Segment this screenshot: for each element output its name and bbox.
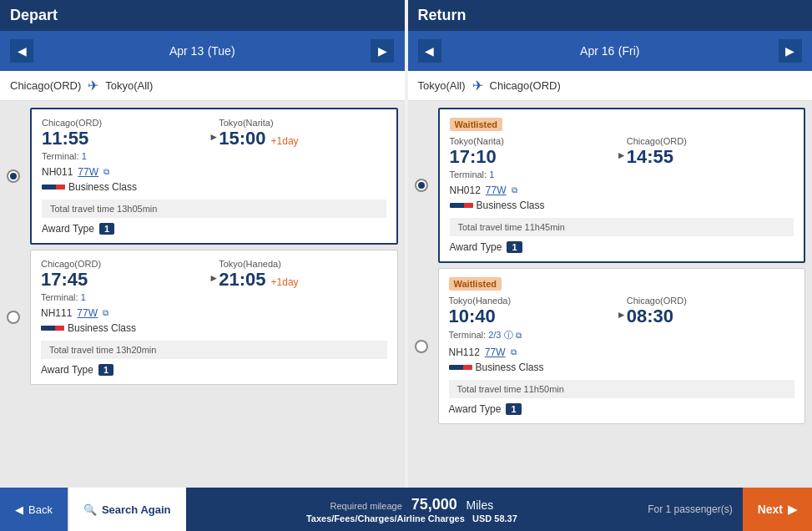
depart-flights-list: Chicago(ORD) 11:55 Terminal: 1 ► Tokyo(N… bbox=[0, 101, 405, 488]
return-f1-flight-num: NH012 bbox=[450, 185, 481, 196]
return-title: Return bbox=[418, 7, 467, 23]
next-button[interactable]: Next ▶ bbox=[743, 488, 812, 531]
depart-f1-aircraft[interactable]: 77W bbox=[78, 166, 98, 178]
return-flight-1-card[interactable]: Waitlisted Tokyo(Narita) 17:10 Terminal:… bbox=[438, 108, 806, 263]
depart-f2-class: Business Class bbox=[68, 322, 136, 334]
return-f2-times-row: Tokyo(Haneda) 10:40 Terminal: 2/3 ⓘ ⧉ ► … bbox=[449, 296, 795, 341]
depart-plane-icon: ✈ bbox=[88, 78, 98, 94]
depart-f1-flight-num: NH011 bbox=[42, 166, 73, 178]
depart-flight-2-card[interactable]: Chicago(ORD) 17:45 Terminal: 1 ► Tokyo(H… bbox=[30, 250, 398, 385]
return-f1-info-row: NH012 77W ⧉ bbox=[450, 185, 794, 196]
return-flight-2-card[interactable]: Waitlisted Tokyo(Haneda) 10:40 Terminal:… bbox=[438, 268, 806, 424]
search-again-button[interactable]: 🔍 Search Again bbox=[68, 488, 186, 531]
return-date: Apr 16 (Fri) bbox=[580, 43, 639, 58]
taxes-label: Taxes/Fees/Charges/Airline Charges bbox=[306, 513, 465, 523]
depart-f2-flight-num: NH111 bbox=[41, 307, 72, 319]
depart-f2-ext-icon: ⧉ bbox=[103, 308, 108, 318]
depart-f1-ext-icon: ⧉ bbox=[103, 167, 109, 177]
return-f1-dest-city: Chicago(ORD) bbox=[627, 136, 794, 146]
return-next-btn[interactable]: ▶ bbox=[779, 39, 802, 63]
depart-f2-terminal: Terminal: 1 bbox=[41, 292, 209, 302]
return-f2-flight-num: NH112 bbox=[449, 346, 480, 358]
return-day: (Fri) bbox=[618, 44, 640, 58]
depart-f2-award-label: Award Type bbox=[41, 364, 93, 376]
columns: Depart ◀ Apr 13 (Tue) ▶ Chicago(ORD) ✈ T… bbox=[0, 0, 812, 488]
depart-f2-award-badge: 1 bbox=[98, 364, 113, 376]
return-date-nav: ◀ Apr 16 (Fri) ▶ bbox=[408, 31, 813, 71]
return-flight-2-radio[interactable] bbox=[415, 340, 428, 353]
return-f2-award-badge: 1 bbox=[506, 403, 521, 415]
return-f1-aircraft[interactable]: 77W bbox=[486, 185, 507, 196]
return-f2-travel-time: Total travel time 11h50min bbox=[449, 380, 795, 398]
return-f2-arrive-time: 08:30 bbox=[627, 306, 794, 327]
return-flight-2-wrapper: Waitlisted Tokyo(Haneda) 10:40 Terminal:… bbox=[415, 268, 806, 424]
return-f1-ana-logo bbox=[450, 203, 473, 208]
passenger-info: For 1 passenger(s) bbox=[638, 503, 742, 515]
depart-f2-airline-row: Business Class bbox=[41, 322, 387, 334]
depart-column: Depart ◀ Apr 13 (Tue) ▶ Chicago(ORD) ✈ T… bbox=[0, 0, 408, 488]
depart-next-btn[interactable]: ▶ bbox=[371, 39, 394, 63]
return-f2-ext-icon: ⧉ bbox=[511, 347, 517, 357]
return-f1-waitlisted-badge: Waitlisted bbox=[450, 118, 503, 131]
depart-f2-dest-city: Tokyo(Haneda) bbox=[219, 259, 386, 269]
return-f1-terminal: Terminal: 1 bbox=[450, 169, 617, 180]
next-chevron-icon: ▶ bbox=[788, 503, 797, 516]
depart-flight-1-card[interactable]: Chicago(ORD) 11:55 Terminal: 1 ► Tokyo(N… bbox=[30, 108, 398, 245]
depart-f2-dest: Tokyo(Haneda) 21:05 +1day bbox=[219, 259, 386, 291]
main-container: Depart ◀ Apr 13 (Tue) ▶ Chicago(ORD) ✈ T… bbox=[0, 0, 812, 531]
depart-date-nav: ◀ Apr 13 (Tue) ▶ bbox=[0, 31, 405, 71]
return-f2-class: Business Class bbox=[476, 362, 544, 373]
return-f1-award-badge: 1 bbox=[507, 241, 522, 253]
depart-to: Tokyo(All) bbox=[105, 79, 153, 92]
return-f1-origin-city: Tokyo(Narita) bbox=[450, 136, 617, 146]
depart-f2-origin-city: Chicago(ORD) bbox=[41, 259, 209, 269]
return-f1-arrow: ► bbox=[617, 136, 627, 161]
mileage-label: Required mileage bbox=[330, 501, 402, 511]
return-column: Return ◀ Apr 16 (Fri) ▶ Tokyo(All) ✈ Chi… bbox=[408, 0, 813, 488]
return-f1-arrive-time: 14:55 bbox=[627, 146, 794, 168]
depart-f1-info-row: NH011 77W ⧉ bbox=[42, 166, 386, 178]
return-flight-1-wrapper: Waitlisted Tokyo(Narita) 17:10 Terminal:… bbox=[415, 108, 806, 263]
taxes-value: USD 58.37 bbox=[472, 513, 517, 523]
return-prev-btn[interactable]: ◀ bbox=[418, 39, 441, 63]
depart-f1-airline-row: Business Class bbox=[42, 181, 386, 193]
return-f1-travel-time: Total travel time 11h45min bbox=[450, 218, 794, 236]
return-f1-airline-row: Business Class bbox=[450, 200, 794, 211]
depart-f1-arrive-time: 15:00 +1day bbox=[219, 128, 386, 149]
return-f2-dest-city: Chicago(ORD) bbox=[627, 296, 794, 306]
back-chevron-icon: ◀ bbox=[15, 503, 23, 516]
depart-f1-dest-city: Tokyo(Narita) bbox=[219, 118, 386, 128]
depart-f2-award-row: Award Type 1 bbox=[41, 364, 387, 376]
return-f1-award-row: Award Type 1 bbox=[450, 241, 794, 253]
depart-f1-times-row: Chicago(ORD) 11:55 Terminal: 1 ► Tokyo(N… bbox=[42, 118, 386, 161]
search-again-label: Search Again bbox=[102, 503, 171, 516]
search-icon: 🔍 bbox=[83, 503, 97, 516]
return-date-value: Apr 16 bbox=[580, 44, 614, 58]
return-flight-1-radio[interactable] bbox=[415, 179, 428, 192]
passenger-label: For 1 passenger(s) bbox=[648, 503, 732, 515]
taxes-row: Taxes/Fees/Charges/Airline Charges USD 5… bbox=[186, 513, 638, 523]
return-f2-terminal: Terminal: 2/3 ⓘ ⧉ bbox=[449, 329, 617, 341]
depart-f1-ana-logo bbox=[42, 185, 65, 190]
depart-f2-travel-time: Total travel time 13h20min bbox=[41, 341, 387, 359]
depart-f2-aircraft[interactable]: 77W bbox=[77, 307, 98, 319]
return-f2-depart-time: 10:40 bbox=[449, 306, 617, 327]
return-f2-waitlisted-badge: Waitlisted bbox=[449, 277, 502, 291]
return-f2-airline-row: Business Class bbox=[449, 362, 795, 373]
mileage-unit: Miles bbox=[467, 498, 494, 512]
return-header: Return bbox=[408, 0, 813, 31]
depart-header: Depart bbox=[0, 0, 405, 31]
return-f2-aircraft[interactable]: 77W bbox=[485, 346, 506, 358]
depart-date-value: Apr 13 bbox=[169, 44, 204, 58]
back-label: Back bbox=[28, 503, 53, 516]
depart-f2-ana-logo bbox=[41, 326, 64, 331]
depart-route-bar: Chicago(ORD) ✈ Tokyo(All) bbox=[0, 71, 405, 101]
depart-f1-terminal: Terminal: 1 bbox=[42, 151, 209, 161]
back-button[interactable]: ◀ Back bbox=[0, 488, 68, 531]
depart-flight-1-radio[interactable] bbox=[7, 169, 20, 183]
return-f2-award-row: Award Type 1 bbox=[449, 403, 795, 415]
depart-f1-dest: Tokyo(Narita) 15:00 +1day bbox=[219, 118, 386, 149]
depart-flight-2-radio[interactable] bbox=[7, 311, 20, 324]
depart-flight-1-wrapper: Chicago(ORD) 11:55 Terminal: 1 ► Tokyo(N… bbox=[7, 108, 398, 245]
depart-prev-btn[interactable]: ◀ bbox=[10, 39, 33, 63]
